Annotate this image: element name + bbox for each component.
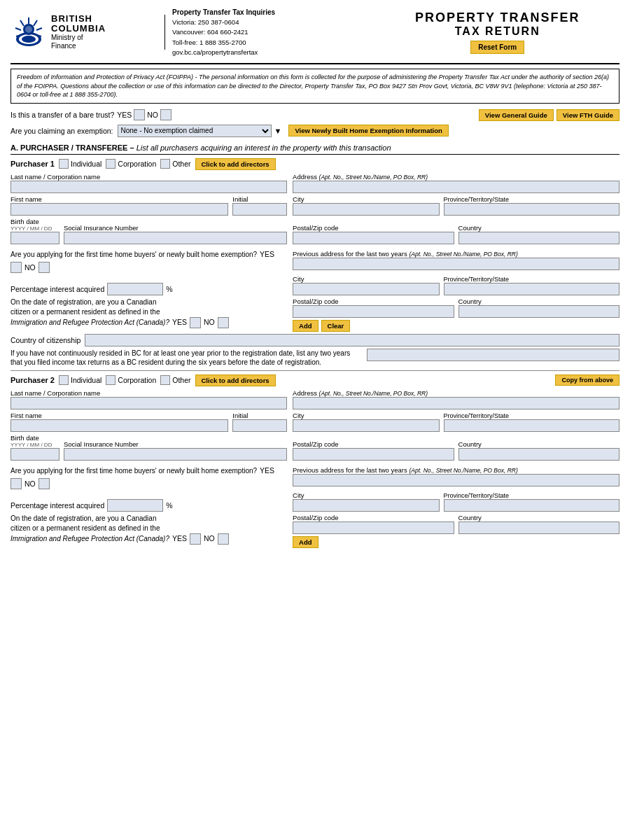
purchaser2-postal2-label: Postal/Zip code [293, 514, 454, 522]
purchaser1-other-radio[interactable] [160, 159, 170, 169]
purchaser1-percentage-input[interactable] [107, 283, 163, 295]
purchaser2-prevaddr-input[interactable] [293, 474, 620, 486]
purchaser2-birthdate-label: Birth date [10, 434, 59, 442]
purchaser1-prevaddr-input[interactable] [293, 258, 620, 270]
purchaser2-other-label: Other [172, 376, 190, 384]
purchaser1-postal-input[interactable] [293, 232, 454, 244]
purchaser2-copy-above-button[interactable]: Copy from above [555, 374, 620, 386]
purchaser2-title: Purchaser 2 [10, 376, 55, 384]
purchaser2-city-input[interactable] [293, 419, 440, 432]
section-a-subtitle: List all purchasers acquiring an interes… [136, 144, 391, 152]
purchaser1-province-input[interactable] [444, 203, 620, 216]
purchaser1-individual-radio[interactable] [59, 159, 69, 169]
purchaser2-percentage-input[interactable] [107, 499, 163, 512]
purchaser2-firstname-input[interactable] [10, 419, 228, 432]
purchaser2-individual-radio[interactable] [59, 375, 69, 385]
purchaser2-prevprovince-label: Province/Territory/State [444, 492, 620, 499]
purchaser1-prevcity-input[interactable] [293, 283, 440, 295]
purchaser1-canadian-no-label: NO [204, 317, 215, 328]
purchaser1-canadian-q2: citizen or a permanent resident as defin… [10, 307, 287, 317]
purchaser2-address-input[interactable] [293, 397, 620, 410]
purchaser2-corporation-label: Corporation [118, 376, 156, 384]
purchaser1-firstname-input[interactable] [10, 203, 228, 216]
bare-trust-yes-label: YES [117, 111, 132, 119]
purchaser1-add-button[interactable]: Add [293, 320, 318, 332]
purchaser1-corporation-radio[interactable] [106, 159, 115, 169]
purchaser1-prevprovince-input[interactable] [444, 283, 620, 295]
view-fth-guide-button[interactable]: View FTH Guide [556, 109, 620, 121]
purchaser2-prevprovince-input[interactable] [444, 499, 620, 512]
purchaser2-prevcity-input[interactable] [293, 499, 440, 512]
purchaser2-province-input[interactable] [444, 419, 620, 432]
purchaser1-incometax-input[interactable] [367, 349, 620, 361]
section-a-title: A. PURCHASER / TRANSFEREE – [10, 144, 134, 152]
purchaser2-firsttime-yes-checkbox[interactable] [10, 478, 22, 489]
purchaser2-province-label: Province/Territory/State [444, 412, 620, 419]
purchaser2-add-button[interactable]: Add [293, 536, 318, 548]
bare-trust-yes-checkbox[interactable] [134, 109, 145, 120]
purchaser2-firsttime-no-checkbox[interactable] [38, 478, 50, 489]
purchaser2-percent-symbol: % [166, 501, 172, 510]
svg-point-11 [25, 26, 32, 33]
purchaser1-city-input[interactable] [293, 203, 440, 216]
purchaser1-address-label: Address (Apt. No., Street No./Name, PO B… [293, 173, 620, 181]
view-general-guide-button[interactable]: View General Guide [479, 109, 554, 121]
purchaser2-city-label: City [293, 412, 440, 419]
svg-line-5 [36, 28, 42, 30]
purchaser2-canadian-q3: Immigration and Refugee Protection Act (… [10, 534, 169, 544]
purchaser1-postal2-input[interactable] [293, 305, 454, 318]
bare-trust-no-checkbox[interactable] [160, 109, 172, 120]
reset-button[interactable]: Reset Form [470, 41, 524, 54]
purchaser1-prevcity-label: City [293, 275, 440, 283]
bare-trust-no-label: NO [147, 111, 158, 119]
purchaser2-postal-input[interactable] [293, 448, 454, 461]
purchaser1-incometax-text: If you have not continuously resided in … [10, 349, 363, 367]
view-newbuilt-button[interactable]: View Newly Built Home Exemption Informat… [288, 125, 448, 136]
purchaser1-initial-label: Initial [232, 195, 287, 203]
purchaser2-address-label: Address (Apt. No., Street No./Name, PO B… [293, 389, 620, 397]
purchaser1-canadian-yes-checkbox[interactable] [190, 317, 201, 328]
purchaser1-lastname-input[interactable] [10, 181, 287, 193]
purchaser2-country-input[interactable] [458, 448, 620, 461]
purchaser2-corporation-radio[interactable] [106, 375, 115, 385]
purchaser1-birthdate-label: Birth date [10, 218, 59, 225]
header-divider [164, 15, 165, 50]
svg-line-7 [15, 28, 21, 30]
exemption-dropdown[interactable]: None - No exemption claimed [118, 125, 272, 137]
bc-name-line1: BRITISH [51, 14, 106, 24]
purchaser1-title: Purchaser 1 [10, 160, 55, 168]
purchaser2-canadian-yes-checkbox[interactable] [190, 533, 201, 545]
purchaser2-initial-input[interactable] [232, 419, 287, 432]
purchaser1-firsttime-yes-checkbox[interactable] [10, 262, 22, 273]
privacy-text: Freedom of Information and Protection of… [17, 74, 609, 98]
contact-web: gov.bc.ca/propertytransfertax [172, 48, 375, 57]
section-a-header: A. PURCHASER / TRANSFEREE – List all pur… [10, 141, 620, 155]
purchaser2-birthdate-input[interactable] [10, 448, 59, 461]
purchaser1-country-input[interactable] [458, 232, 620, 244]
svg-point-2 [22, 36, 36, 43]
purchaser2-sin-input[interactable] [64, 448, 287, 461]
purchaser1-birthdate-input[interactable] [10, 232, 59, 244]
purchaser2-country2-input[interactable] [458, 522, 620, 534]
purchaser1-initial-input[interactable] [232, 203, 287, 216]
purchaser1-clear-button[interactable]: Clear [321, 320, 351, 332]
purchaser1-address-input[interactable] [293, 181, 620, 193]
purchaser2-canadian-no-checkbox[interactable] [218, 533, 229, 545]
purchaser1-canadian-yes-label: YES [172, 317, 187, 328]
purchaser2-other-radio[interactable] [160, 375, 170, 385]
purchaser2-canadian-q1: On the date of registration, are you a C… [10, 514, 287, 524]
purchaser1-sin-input[interactable] [64, 232, 287, 244]
purchaser2-postal2-input[interactable] [293, 522, 454, 534]
ministry-line1: Ministry of [51, 34, 106, 42]
purchaser1-firsttime-no-checkbox[interactable] [38, 262, 50, 273]
bc-name-line2: COLUMBIA [51, 24, 106, 34]
purchaser1-citizenship-input[interactable] [85, 334, 620, 346]
purchaser1-country2-input[interactable] [458, 305, 620, 318]
purchaser1-canadian-no-checkbox[interactable] [218, 317, 229, 328]
purchaser2-add-directors-button[interactable]: Click to add directors [195, 374, 276, 386]
purchaser1-add-directors-button[interactable]: Click to add directors [195, 158, 276, 170]
purchaser1-country2-label: Country [458, 298, 620, 305]
purchaser1-canadian-q3: Immigration and Refugee Protection Act (… [10, 318, 169, 328]
purchaser1-firsttime-question: Are you applying for the first time home… [10, 250, 257, 259]
purchaser2-lastname-input[interactable] [10, 397, 287, 410]
